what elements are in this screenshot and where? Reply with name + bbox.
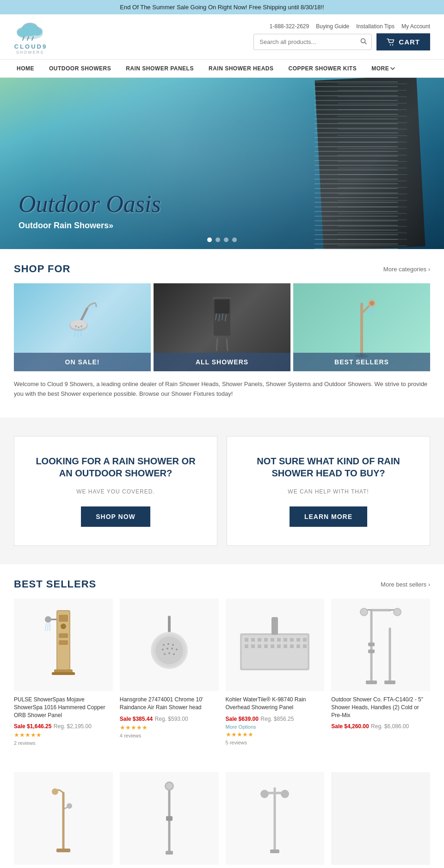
shop-card-onsale[interactable]: ON SALE! [14,283,151,371]
product-sale-4: Sale $4,260.00 [331,723,369,730]
bottom-product-img-4 [331,772,430,865]
svg-point-16 [75,325,77,327]
cta-section: LOOKING FOR A RAIN SHOWER OR AN OUTDOOR … [0,418,444,564]
bottom-product-card-1[interactable] [14,772,113,868]
svg-point-64 [168,652,170,654]
bottom-product-grid [14,772,430,868]
nav-copper-shower-kits[interactable]: COPPER SHOWER KITS [281,60,364,77]
product-card-3[interactable]: Kohler WaterTile® K-98740 Rain Overhead … [226,599,325,747]
cart-button[interactable]: CART [376,33,430,50]
svg-point-106 [166,783,173,789]
svg-point-6 [32,28,42,36]
svg-rect-72 [271,638,274,642]
nav-rain-shower-panels[interactable]: RAIN SHOWER PANELS [118,60,201,77]
learn-more-button[interactable]: LEARN MORE [290,506,367,527]
bottom-product-1-icon [43,779,84,858]
logo-cloud-icon [14,19,46,42]
shop-card-bestsellers-label: BEST SELLERS [293,353,430,371]
hero-dot-1[interactable] [207,237,212,242]
bottom-product-card-3[interactable] [226,772,325,868]
svg-point-63 [164,653,166,655]
product-grid: PULSE ShowerSpas Mojave ShowerSpa 1016 H… [14,599,430,747]
product-more-options-3[interactable]: More Options [226,724,325,730]
more-best-sellers-link[interactable]: More best sellers › [381,581,430,588]
svg-point-111 [260,790,269,798]
svg-rect-79 [251,644,255,648]
bottom-product-img-3 [226,772,325,865]
svg-rect-98 [366,681,377,684]
svg-rect-77 [303,638,307,642]
svg-rect-68 [245,638,248,642]
svg-rect-78 [245,644,248,648]
svg-rect-43 [59,633,68,638]
product-card-1[interactable]: PULSE ShowerSpas Mojave ShowerSpa 1016 H… [14,599,113,747]
shop-card-allshowers[interactable]: ALL SHOWERS [154,283,290,371]
nav-outdoor-showers[interactable]: OUTDOOR SHOWERS [42,60,118,77]
svg-rect-73 [277,638,281,642]
welcome-text: Welcome to Cloud 9 Showers, a leading on… [14,380,430,399]
header-right: 1-888-322-2629 Buying Guide Installation… [253,23,430,50]
hero-dots [207,237,237,242]
logo[interactable]: CLOUD9 SHOWERS [14,19,46,55]
chevron-down-icon [390,67,395,70]
svg-line-37 [373,306,374,316]
product-reviews-3: 5 reviews [226,740,247,745]
product-sale-2: Sale $385.44 [120,716,153,722]
svg-rect-96 [368,643,375,646]
my-account-link[interactable]: My Account [401,23,430,30]
search-input[interactable] [254,35,356,49]
shop-now-button[interactable]: SHOP NOW [81,506,150,527]
cta-learn-title: NOT SURE WHAT KIND OF RAIN SHOWER HEAD T… [241,455,416,479]
svg-rect-107 [166,851,173,855]
svg-line-25 [216,339,217,350]
svg-point-101 [52,788,58,795]
svg-point-103 [67,803,72,809]
svg-rect-82 [271,644,274,648]
product-reg-3: Reg. $856.25 [260,716,294,722]
best-sellers-title: BEST SELLERS [14,578,96,590]
more-categories-link[interactable]: More categories › [383,266,430,273]
bottom-product-card-2[interactable] [120,772,219,868]
shop-card-onsale-label: ON SALE! [14,353,151,371]
svg-point-42 [61,624,66,629]
product-stars-2: ★★★★★ [120,724,219,731]
product-img-4 [331,599,430,691]
product-reg-2: Reg. $593.00 [155,716,188,722]
header: CLOUD9 SHOWERS 1-888-322-2629 Buying Gui… [0,14,444,59]
nav-more[interactable]: MORE [364,60,402,77]
search-button[interactable] [356,34,371,50]
svg-rect-24 [215,300,229,313]
hero-title: Outdoor Oasis [18,191,161,217]
svg-point-57 [167,643,169,645]
svg-line-21 [81,328,81,337]
hero-dot-4[interactable] [232,237,237,242]
svg-rect-113 [270,849,279,853]
shop-card-bestsellers[interactable]: BEST SELLERS [293,283,430,371]
shop-for-section: SHOP FOR More categories › [0,249,444,413]
product-overhead-panel-icon [235,615,314,675]
svg-point-18 [80,325,82,327]
product-name-2: Hansgrohe 27474001 Chrome 10' Raindance … [120,696,219,712]
shop-for-title: SHOP FOR [14,263,71,275]
hero-subtitle[interactable]: Outdoor Rain Showers» [18,221,161,231]
product-card-4[interactable]: Outdoor Shower Co. FTA-C140/2 - 5" Showe… [331,599,430,747]
svg-rect-80 [258,644,261,648]
svg-rect-83 [277,644,281,648]
shower-head-onsale-icon [59,300,105,355]
bottom-product-img-1 [14,772,113,865]
product-card-2[interactable]: Hansgrohe 27474001 Chrome 10' Raindance … [120,599,219,747]
product-img-2 [120,599,219,691]
cta-grid: LOOKING FOR A RAIN SHOWER OR AN OUTDOOR … [14,436,430,546]
svg-point-93 [361,609,367,615]
nav-rain-shower-heads[interactable]: RAIN SHOWER HEADS [201,60,281,77]
shop-for-header: SHOP FOR More categories › [14,263,430,275]
svg-rect-87 [303,644,307,648]
svg-line-26 [227,339,228,350]
installation-tips-link[interactable]: Installation Tips [356,23,395,30]
nav: HOME OUTDOOR SHOWERS RAIN SHOWER PANELS … [0,59,444,78]
buying-guide-link[interactable]: Buying Guide [316,23,349,30]
nav-home[interactable]: HOME [9,60,42,77]
svg-point-17 [78,326,80,328]
hero-dot-2[interactable] [216,237,220,242]
hero-dot-3[interactable] [224,237,228,242]
